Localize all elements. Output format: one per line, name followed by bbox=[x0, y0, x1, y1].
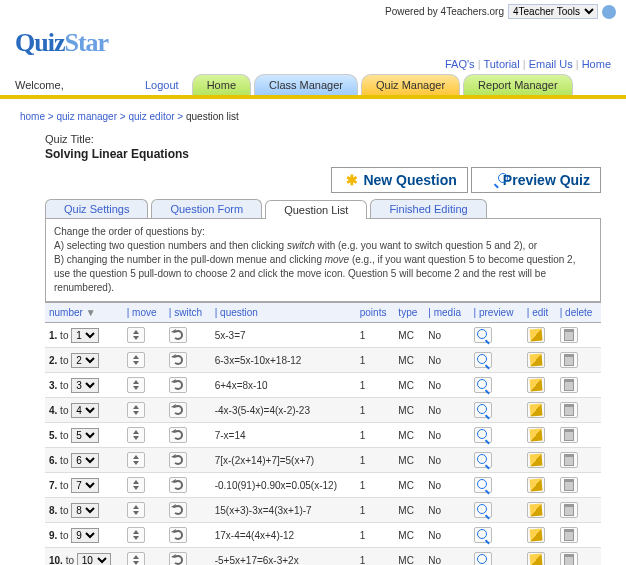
switch-button[interactable] bbox=[169, 427, 187, 443]
col-preview[interactable]: | preview bbox=[470, 303, 523, 323]
position-select[interactable]: 10 bbox=[77, 553, 111, 566]
move-button[interactable] bbox=[127, 352, 145, 368]
delete-button[interactable] bbox=[560, 352, 578, 368]
col-media[interactable]: | media bbox=[424, 303, 469, 323]
move-button[interactable] bbox=[127, 452, 145, 468]
move-button[interactable] bbox=[127, 327, 145, 343]
switch-button[interactable] bbox=[169, 502, 187, 518]
preview-button[interactable] bbox=[474, 452, 492, 468]
logo: QuizStar bbox=[15, 28, 108, 57]
delete-button[interactable] bbox=[560, 327, 578, 343]
breadcrumb: home > quiz manager > quiz editor > ques… bbox=[0, 99, 626, 128]
col-question[interactable]: | question bbox=[211, 303, 356, 323]
preview-button[interactable] bbox=[474, 402, 492, 418]
switch-icon bbox=[173, 455, 183, 465]
delete-button[interactable] bbox=[560, 477, 578, 493]
tab-home[interactable]: Home bbox=[192, 74, 251, 95]
preview-button[interactable] bbox=[474, 327, 492, 343]
delete-button[interactable] bbox=[560, 527, 578, 543]
delete-button[interactable] bbox=[560, 377, 578, 393]
switch-button[interactable] bbox=[169, 377, 187, 393]
move-icon bbox=[132, 405, 140, 415]
edit-button[interactable] bbox=[527, 502, 545, 518]
edit-button[interactable] bbox=[527, 552, 545, 565]
position-select[interactable]: 8 bbox=[71, 503, 99, 518]
delete-button[interactable] bbox=[560, 452, 578, 468]
subtab-finished-editing[interactable]: Finished Editing bbox=[370, 199, 486, 218]
media-cell: No bbox=[424, 398, 469, 423]
edit-button[interactable] bbox=[527, 452, 545, 468]
subtab-quiz-settings[interactable]: Quiz Settings bbox=[45, 199, 148, 218]
edit-button[interactable] bbox=[527, 402, 545, 418]
position-select[interactable]: 1 bbox=[71, 328, 99, 343]
trash-icon bbox=[564, 479, 574, 491]
edit-button[interactable] bbox=[527, 527, 545, 543]
new-question-button[interactable]: ✱ New Question bbox=[331, 167, 467, 193]
preview-button[interactable] bbox=[474, 502, 492, 518]
move-button[interactable] bbox=[127, 527, 145, 543]
tab-quiz-manager[interactable]: Quiz Manager bbox=[361, 74, 460, 95]
move-button[interactable] bbox=[127, 402, 145, 418]
edit-button[interactable] bbox=[527, 477, 545, 493]
move-button[interactable] bbox=[127, 477, 145, 493]
position-select[interactable]: 3 bbox=[71, 378, 99, 393]
preview-button[interactable] bbox=[474, 552, 492, 565]
delete-button[interactable] bbox=[560, 427, 578, 443]
preview-button[interactable] bbox=[474, 427, 492, 443]
position-select[interactable]: 7 bbox=[71, 478, 99, 493]
link-home[interactable]: Home bbox=[582, 58, 611, 70]
points-cell: 1 bbox=[356, 398, 395, 423]
edit-button[interactable] bbox=[527, 327, 545, 343]
preview-quiz-button[interactable]: Preview Quiz bbox=[471, 167, 601, 193]
position-select[interactable]: 9 bbox=[71, 528, 99, 543]
preview-button[interactable] bbox=[474, 377, 492, 393]
move-button[interactable] bbox=[127, 427, 145, 443]
move-button[interactable] bbox=[127, 502, 145, 518]
edit-button[interactable] bbox=[527, 377, 545, 393]
switch-icon bbox=[173, 405, 183, 415]
delete-button[interactable] bbox=[560, 502, 578, 518]
edit-button[interactable] bbox=[527, 427, 545, 443]
col-number[interactable]: number ▼ bbox=[45, 303, 123, 323]
question-text: 7[x-(2x+14)+7]=5(x+7) bbox=[211, 448, 356, 473]
switch-button[interactable] bbox=[169, 477, 187, 493]
col-move[interactable]: | move bbox=[123, 303, 165, 323]
trash-icon bbox=[564, 429, 574, 441]
edit-button[interactable] bbox=[527, 352, 545, 368]
preview-button[interactable] bbox=[474, 527, 492, 543]
tab-report-manager[interactable]: Report Manager bbox=[463, 74, 573, 95]
link-tutorial[interactable]: Tutorial bbox=[483, 58, 519, 70]
switch-button[interactable] bbox=[169, 452, 187, 468]
position-select[interactable]: 5 bbox=[71, 428, 99, 443]
delete-button[interactable] bbox=[560, 402, 578, 418]
move-button[interactable] bbox=[127, 377, 145, 393]
go-icon[interactable] bbox=[602, 5, 616, 19]
col-delete[interactable]: | delete bbox=[556, 303, 601, 323]
switch-button[interactable] bbox=[169, 402, 187, 418]
delete-button[interactable] bbox=[560, 552, 578, 565]
table-row: 9. to 917x-4=4(4x+4)-121MCNo bbox=[45, 523, 601, 548]
move-button[interactable] bbox=[127, 552, 145, 565]
col-type[interactable]: type bbox=[394, 303, 424, 323]
preview-button[interactable] bbox=[474, 477, 492, 493]
switch-button[interactable] bbox=[169, 352, 187, 368]
table-row: 7. to 7-0.10(91)+0.90x=0.05(x-12)1MCNo bbox=[45, 473, 601, 498]
position-select[interactable]: 4 bbox=[71, 403, 99, 418]
position-select[interactable]: 6 bbox=[71, 453, 99, 468]
link-email[interactable]: Email Us bbox=[529, 58, 573, 70]
tab-class-manager[interactable]: Class Manager bbox=[254, 74, 358, 95]
col-switch[interactable]: | switch bbox=[165, 303, 211, 323]
tools-dropdown[interactable]: 4Teacher Tools bbox=[508, 4, 598, 19]
col-points[interactable]: points bbox=[356, 303, 395, 323]
move-icon bbox=[132, 530, 140, 540]
col-edit[interactable]: | edit bbox=[523, 303, 556, 323]
position-select[interactable]: 2 bbox=[71, 353, 99, 368]
switch-button[interactable] bbox=[169, 552, 187, 565]
preview-button[interactable] bbox=[474, 352, 492, 368]
subtab-question-list[interactable]: Question List bbox=[265, 200, 367, 219]
logout-link[interactable]: Logout bbox=[145, 79, 179, 91]
subtab-question-form[interactable]: Question Form bbox=[151, 199, 262, 218]
switch-button[interactable] bbox=[169, 327, 187, 343]
link-faqs[interactable]: FAQ's bbox=[445, 58, 475, 70]
switch-button[interactable] bbox=[169, 527, 187, 543]
